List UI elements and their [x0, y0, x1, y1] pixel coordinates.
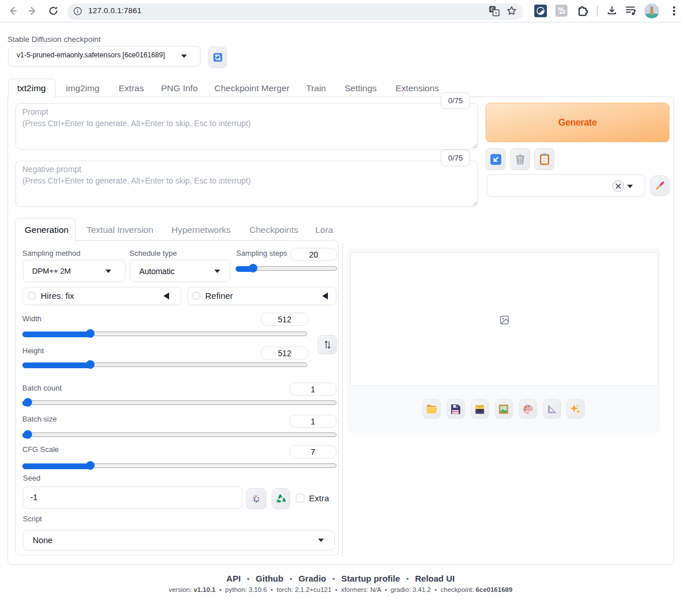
- svg-text:x: x: [495, 10, 497, 15]
